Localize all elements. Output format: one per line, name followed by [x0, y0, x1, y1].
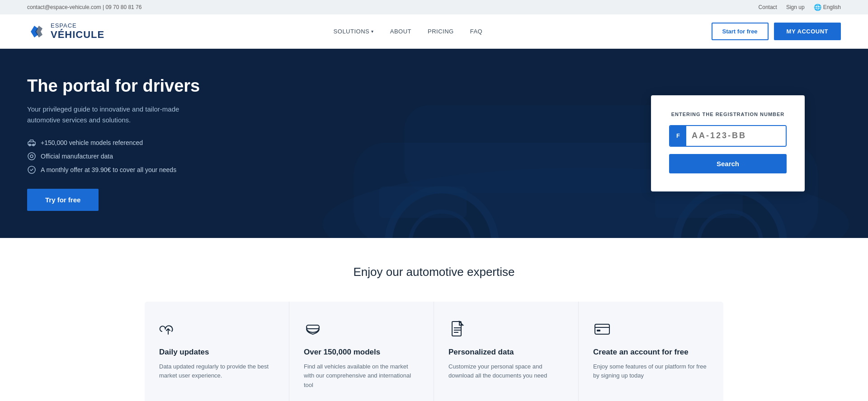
logo[interactable]: ESPACE Véhicule — [27, 22, 104, 41]
svg-point-15 — [30, 155, 33, 158]
chevron-down-icon: ▾ — [371, 29, 374, 34]
feature-title-2: Personalized data — [448, 348, 564, 357]
topbar-contact-link[interactable]: Contact — [759, 4, 777, 10]
svg-point-14 — [28, 153, 35, 160]
feature-desc-3: Enjoy some features of our platform for … — [593, 362, 709, 381]
nav-about[interactable]: ABOUT — [390, 28, 411, 35]
logo-vehicule: Véhicule — [51, 29, 104, 40]
main-nav: SOLUTIONS ▾ ABOUT PRICING FAQ — [334, 28, 483, 35]
feature-desc-2: Customize your personal space and downlo… — [448, 362, 564, 381]
logo-icon — [27, 22, 46, 41]
feature-card-daily-updates: Daily updates Data updated regularly to … — [145, 302, 289, 401]
nav-solutions[interactable]: SOLUTIONS ▾ — [334, 28, 374, 35]
svg-rect-22 — [595, 324, 609, 334]
my-account-button[interactable]: MY ACCOUNT — [774, 23, 841, 40]
credit-card-icon — [593, 320, 611, 338]
features-grid: Daily updates Data updated regularly to … — [145, 302, 723, 401]
feature-title-0: Daily updates — [159, 348, 274, 357]
car-icon — [27, 138, 36, 147]
feature-title-1: Over 150,000 models — [304, 348, 419, 357]
hero-feature-official: Official manufacturer data — [27, 152, 262, 161]
feature-desc-1: Find all vehicles available on the marke… — [304, 362, 419, 390]
nav-faq[interactable]: FAQ — [470, 28, 483, 35]
svg-point-8 — [699, 212, 762, 238]
start-for-free-button[interactable]: Start for free — [712, 23, 769, 40]
topbar-contact-info: contact@espace-vehicule.com | 09 70 80 8… — [27, 4, 142, 10]
feature-title-3: Create an account for free — [593, 348, 709, 357]
hero-features: +150,000 vehicle models referenced Offic… — [27, 138, 262, 174]
reg-flag: F — [670, 126, 686, 146]
svg-rect-24 — [597, 330, 600, 331]
header-actions: Start for free MY ACCOUNT — [712, 23, 841, 40]
svg-point-6 — [410, 212, 473, 238]
reg-card-label: ENTERING THE REGISTRATION NUMBER — [669, 112, 787, 117]
hero-feature-models: +150,000 vehicle models referenced — [27, 138, 262, 147]
registration-card: ENTERING THE REGISTRATION NUMBER F ★★★★ … — [651, 95, 805, 191]
language-label: English — [823, 4, 841, 10]
globe-icon: 🌐 — [814, 4, 821, 11]
feature-card-models: Over 150,000 models Find all vehicles av… — [289, 302, 434, 401]
hero-title: The portal for drivers — [27, 76, 262, 97]
hero-feature-pricing: A monthly offer at 39.90€ to cover all y… — [27, 165, 262, 174]
header: ESPACE Véhicule SOLUTIONS ▾ ABOUT PRICIN… — [0, 14, 868, 49]
database-icon — [304, 320, 322, 338]
topbar-language[interactable]: 🌐 English — [814, 4, 841, 11]
feature-card-account: Create an account for free Enjoy some fe… — [579, 302, 723, 401]
svg-rect-17 — [307, 325, 319, 329]
topbar-signup-link[interactable]: Sign up — [786, 4, 805, 10]
hero-subtitle: Your privileged guide to innovative and … — [27, 104, 199, 126]
check-circle-icon — [27, 152, 36, 161]
svg-point-7 — [677, 190, 783, 238]
search-button[interactable]: Search — [669, 154, 787, 173]
logo-espace: ESPACE — [51, 23, 104, 29]
reg-input-row: F ★★★★ — [669, 125, 787, 147]
nav-pricing[interactable]: PRICING — [428, 28, 454, 35]
shield-icon — [27, 165, 36, 174]
features-section-title: Enjoy our automotive expertise — [27, 265, 841, 279]
hero-content: The portal for drivers Your privileged g… — [27, 76, 262, 211]
try-for-free-button[interactable]: Try for free — [27, 189, 99, 211]
document-icon — [448, 320, 467, 338]
feature-desc-0: Data updated regularly to provide the be… — [159, 362, 274, 381]
topbar: contact@espace-vehicule.com | 09 70 80 8… — [0, 0, 868, 14]
svg-rect-9 — [379, 187, 467, 218]
feature-card-personalized: Personalized data Customize your persona… — [434, 302, 579, 401]
svg-point-5 — [388, 190, 495, 238]
registration-input[interactable] — [686, 126, 787, 146]
hero-section: The portal for drivers Your privileged g… — [0, 49, 868, 238]
cloud-upload-icon — [159, 320, 177, 338]
features-section: Enjoy our automotive expertise Daily upd… — [0, 238, 868, 401]
